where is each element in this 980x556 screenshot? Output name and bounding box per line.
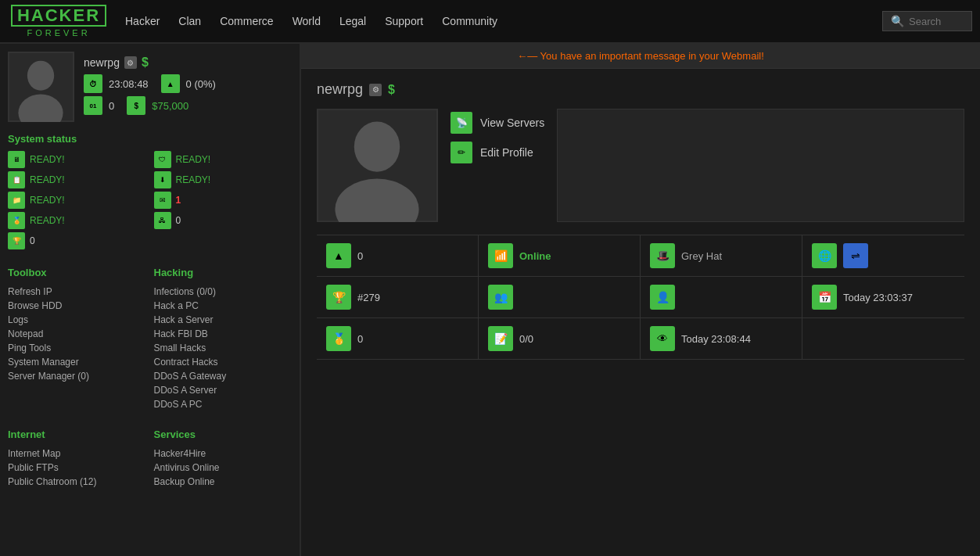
user-info: newrpg ⚙ $ ⏱ 23:08:48 ▲ 0 (0%) 01 0 $ $7… [84, 56, 292, 118]
stat-cell-eye: 👁 Today 23:08:44 [641, 318, 802, 360]
status-item-5: 📁 READY! [8, 192, 146, 209]
sidebar-item-system-manager[interactable]: System Manager [8, 355, 146, 369]
status-ready-7: READY! [30, 215, 65, 226]
hacking-col: Hacking Infections (0/0) Hack a PC Hack … [154, 259, 293, 411]
sidebar-item-server-manager[interactable]: Server Manager (0) [8, 369, 146, 383]
sidebar: newrpg ⚙ $ ⏱ 23:08:48 ▲ 0 (0%) 01 0 $ $7… [0, 44, 301, 556]
sidebar-item-ddos-gateway[interactable]: DDoS A Gateway [154, 369, 293, 383]
status-item-8: 🖧 0 [154, 212, 293, 229]
internet-col: Internet Internet Map Public FTPs Public… [8, 421, 146, 489]
sidebar-item-hack-pc[interactable]: Hack a PC [154, 299, 293, 313]
wifi-icon: 📶 [488, 243, 513, 268]
bits-value: 0 [109, 100, 114, 112]
nav-clan[interactable]: Clan [178, 12, 201, 30]
sidebar-item-contract-hacks[interactable]: Contract Hacks [154, 355, 293, 369]
profile-actions: 📡 View Servers ✏ Edit Profile [451, 109, 544, 222]
eye-value: Today 23:08:44 [681, 333, 751, 345]
internet-title: Internet [8, 429, 146, 440]
nav-commerce[interactable]: Commerce [220, 12, 273, 30]
status-item-2: 🛡 READY! [154, 151, 293, 168]
stat-cell-group1: 👥 [479, 277, 641, 318]
status-grid: 🖥 READY! 🛡 READY! 📋 READY! ⬇ READY! 📁 RE… [8, 151, 292, 249]
logo-hacker[interactable]: HACKER [11, 5, 106, 27]
sidebar-item-hack-server[interactable]: Hack a Server [154, 313, 293, 327]
sidebar-item-infections[interactable]: Infections (0/0) [154, 285, 293, 299]
status-num-3: 0 [30, 235, 35, 246]
clock-icon: ⏱ [84, 74, 102, 93]
sidebar-item-ddos-server[interactable]: DDoS A Server [154, 383, 293, 397]
sidebar-item-notepad[interactable]: Notepad [8, 327, 146, 341]
stats-grid: ▲ 0 📶 Online 🎩 Grey Hat 🌐 ⇌ 🏆 [317, 235, 964, 360]
bits-icon: 01 [84, 96, 102, 115]
message-text: ←— You have an important message in your… [517, 50, 764, 62]
stat-cell-notes: 📝 0/0 [479, 318, 641, 360]
sidebar-item-backup[interactable]: Backup Online [154, 475, 293, 489]
stat-cell-hat: 🎩 Grey Hat [641, 235, 802, 277]
edit-profile-button[interactable]: ✏ Edit Profile [451, 142, 544, 163]
notes-value: 0/0 [519, 333, 533, 345]
sidebar-item-ping-tools[interactable]: Ping Tools [8, 341, 146, 355]
time-value: 23:08:48 [109, 78, 149, 90]
sidebar-item-ddos-pc[interactable]: DDoS A PC [154, 397, 293, 411]
tools-section: Toolbox Refresh IP Browse HDD Logs Notep… [8, 259, 292, 411]
online-value: Online [519, 250, 551, 262]
profile-dark-area [557, 109, 964, 222]
sidebar-item-small-hacks[interactable]: Small Hacks [154, 341, 293, 355]
badge-icon: 🏅 [8, 212, 25, 229]
edit-profile-label: Edit Profile [480, 146, 533, 159]
message-bar: ←— You have an important message in your… [301, 44, 980, 69]
nav-community[interactable]: Community [442, 12, 497, 30]
place-value: #279 [357, 292, 380, 303]
rank-arrow-icon: ▲ [326, 243, 351, 268]
svg-point-1 [27, 61, 54, 91]
stat-cell-rank: ▲ 0 [317, 235, 479, 277]
main-layout: newrpg ⚙ $ ⏱ 23:08:48 ▲ 0 (0%) 01 0 $ $7… [0, 44, 980, 556]
sidebar-item-public-chatroom[interactable]: Public Chatroom (12) [8, 475, 146, 489]
sidebar-item-browse-hdd[interactable]: Browse HDD [8, 299, 146, 313]
status-ready-2: READY! [176, 154, 211, 165]
clipboard-icon: 📋 [8, 171, 25, 188]
sidebar-item-internet-map[interactable]: Internet Map [8, 447, 146, 461]
logo-forever[interactable]: FOREVER [27, 28, 90, 38]
content-area: ←— You have an important message in your… [301, 44, 980, 556]
toolbox-col: Toolbox Refresh IP Browse HDD Logs Notep… [8, 259, 146, 411]
nav-legal[interactable]: Legal [339, 12, 366, 30]
status-item-7: 🏅 READY! [8, 212, 146, 229]
notes-icon: 📝 [488, 326, 513, 351]
trophy-value: 0 [357, 333, 363, 345]
money-icon: $ [127, 96, 145, 115]
xp-icon: ▲ [161, 74, 180, 93]
sidebar-item-hack-fbi[interactable]: Hack FBI DB [154, 327, 293, 341]
status-num-2: 0 [176, 215, 181, 226]
dollar-icon: $ [142, 56, 149, 70]
view-servers-button[interactable]: 📡 View Servers [451, 112, 544, 134]
username-row: newrpg ⚙ $ [84, 56, 292, 70]
nav-world[interactable]: World [293, 12, 321, 30]
profile-settings-icon[interactable]: ⚙ [369, 84, 382, 96]
time-stat-row: ⏱ 23:08:48 ▲ 0 (0%) [84, 74, 292, 93]
hat-value: Grey Hat [681, 250, 722, 262]
status-item-1: 🖥 READY! [8, 151, 146, 168]
sidebar-item-logs[interactable]: Logs [8, 313, 146, 327]
nav-support[interactable]: Support [385, 12, 423, 30]
sidebar-item-refresh-ip[interactable]: Refresh IP [8, 285, 146, 299]
shield-icon: 🛡 [154, 151, 171, 168]
view-servers-label: View Servers [480, 117, 544, 129]
sidebar-item-public-ftps[interactable]: Public FTPs [8, 461, 146, 475]
message-highlight: important message in your Webmail! [599, 50, 764, 62]
profile-username: newrpg [317, 81, 363, 98]
stat-cell-trophy: 🥇 0 [317, 318, 479, 360]
trophy-small-icon: 🏆 [8, 232, 25, 249]
hacking-title: Hacking [154, 267, 293, 278]
sidebar-item-antivirus[interactable]: Antivirus Online [154, 461, 293, 475]
edit-profile-icon: ✏ [451, 142, 472, 163]
monitor-icon: 🖥 [8, 151, 25, 168]
stat-cell-calendar: 📅 Today 23:03:37 [802, 277, 964, 318]
nav-hacker[interactable]: Hacker [125, 12, 160, 30]
xp-value: 0 (0%) [186, 78, 216, 90]
status-ready-4: READY! [176, 174, 211, 185]
status-item-9: 🏆 0 [8, 232, 146, 249]
sidebar-item-hacker4hire[interactable]: Hacker4Hire [154, 447, 293, 461]
search-input[interactable] [909, 16, 971, 27]
user-settings-icon[interactable]: ⚙ [124, 56, 137, 69]
